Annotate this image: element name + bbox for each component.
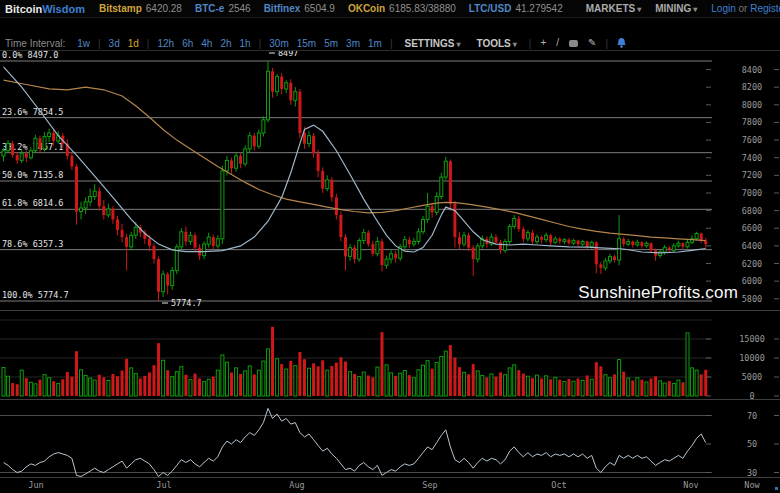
svg-text:6000: 6000 [742,276,762,286]
bell-icon[interactable] [617,38,626,49]
chevron-down-icon: ▾ [637,5,641,14]
interval-30m[interactable]: 30m [269,38,288,49]
top-menus: MARKETS▾ MINING▾ Login or Register [586,3,780,14]
ticker-value: 6504.9 [304,3,335,14]
chevron-down-icon: ▾ [513,40,517,49]
interval-1d[interactable]: 1d [128,38,139,49]
price-axis: 8400820080007800760074007200700068006600… [706,65,779,304]
svg-text:7200: 7200 [742,170,762,180]
chevron-down-icon: ▾ [693,5,697,14]
svg-text:Nov: Nov [683,480,698,490]
svg-text:Aug: Aug [289,480,304,490]
chart-region[interactable]: 0.0% 8497.023.6% 7854.538.2% 7457.150.0%… [0,0,780,493]
svg-text:0.0% 8497.0: 0.0% 8497.0 [2,50,58,60]
svg-text:6400: 6400 [742,241,762,251]
corner-dot [775,487,778,490]
svg-text:50.0% 7135.8: 50.0% 7135.8 [2,170,63,180]
svg-text:Sep: Sep [422,480,437,490]
svg-text:5774.7: 5774.7 [171,298,202,308]
svg-text:5000: 5000 [742,372,762,382]
svg-text:30: 30 [747,468,757,478]
interval-2h[interactable]: 2h [220,38,231,49]
interval-1m[interactable]: 1m [368,38,382,49]
svg-text:8200: 8200 [742,82,762,92]
watermark: SunshineProfits.com [578,283,738,303]
volume-gridlines [0,320,712,377]
svg-text:6800: 6800 [742,206,762,216]
interval-selector: 1w|3d1d|12h6h4h2h1h|30m15m5m3m1m [73,38,386,49]
svg-text:23.6% 7854.5: 23.6% 7854.5 [2,107,63,117]
interval-5m[interactable]: 5m [324,38,338,49]
ticker-bitstamp[interactable]: Bitstamp6420.28 [99,3,182,14]
interval-4h[interactable]: 4h [201,38,212,49]
rect-tool-icon[interactable] [569,40,578,47]
ma-fast-line [4,67,706,253]
menu-mining[interactable]: MINING▾ [655,3,697,14]
interval-1w[interactable]: 1w [77,38,90,49]
interval-15m[interactable]: 15m [297,38,316,49]
ticker-btc-e[interactable]: BTC-e2546 [195,3,251,14]
svg-text:70: 70 [747,411,757,421]
svg-text:8000: 8000 [742,100,762,110]
menu-markets[interactable]: MARKETS▾ [586,3,641,14]
ticker-bitfinex[interactable]: Bitfinex6504.9 [264,3,335,14]
interval-6h[interactable]: 6h [182,38,193,49]
register-link[interactable]: Register [750,3,780,14]
interval-3m[interactable]: 3m [346,38,360,49]
svg-text:Jun: Jun [28,480,43,490]
rsi-line [4,408,706,476]
ticker-value: 2546 [228,3,250,14]
volume-bars [2,327,707,396]
date-axis: JunJulAugSepOctNovNow [28,480,778,490]
svg-text:Oct: Oct [551,480,566,490]
svg-text:78.6% 6357.3: 78.6% 6357.3 [2,239,63,249]
volume-axis: 150001000050000 [706,334,779,401]
bitcoinwisdom-app: 0.0% 8497.023.6% 7854.538.2% 7457.150.0%… [0,0,780,493]
svg-text:8400: 8400 [742,65,762,75]
time-interval-label: Time Interval: [5,38,65,49]
rsi-gridlines [0,416,712,473]
svg-text:100.0% 5774.7: 100.0% 5774.7 [2,290,69,300]
svg-text:50: 50 [747,439,757,449]
trendline-tool-icon[interactable]: / [556,38,559,48]
svg-text:7400: 7400 [742,153,762,163]
interval-3d[interactable]: 3d [109,38,120,49]
brand-logo[interactable]: BitcoinWisdom [5,3,85,15]
top-nav: BitcoinWisdom Bitstamp6420.28BTC-e2546Bi… [0,0,780,18]
svg-text:7800: 7800 [742,117,762,127]
settings-menu[interactable]: SETTINGS▾ [405,38,461,49]
exchange-tickers: Bitstamp6420.28BTC-e2546Bitfinex6504.9OK… [99,3,576,14]
chart-toolbar: Time Interval: 1w|3d1d|12h6h4h2h1h|30m15… [0,36,780,51]
pencil-icon[interactable]: ✎ [588,38,596,48]
interval-1h[interactable]: 1h [240,38,251,49]
ticker-value: 6420.28 [146,3,182,14]
svg-text:Now: Now [744,480,760,490]
login-area: Login or Register [711,3,780,14]
tools-menu[interactable]: TOOLS▾ [477,38,517,49]
drawing-tools: + / ✎ | [535,38,631,49]
plus-icon[interactable]: + [540,38,546,48]
svg-text:7000: 7000 [742,188,762,198]
rsi-axis: 705030 [706,411,779,478]
login-link[interactable]: Login [711,3,735,14]
ticker-value: 6185.83/38880 [389,3,456,14]
svg-text:10000: 10000 [739,353,765,363]
svg-text:5800: 5800 [742,294,762,304]
chevron-down-icon: ▾ [457,40,461,49]
interval-12h[interactable]: 12h [157,38,174,49]
svg-text:7600: 7600 [742,135,762,145]
fib-retracement-labels: 0.0% 8497.023.6% 7854.538.2% 7457.150.0%… [2,50,69,300]
svg-text:Jul: Jul [156,480,171,490]
ticker-ltc/usd[interactable]: LTC/USD41.279542 [469,3,563,14]
svg-text:15000: 15000 [739,334,765,344]
ticker-value: 41.279542 [515,3,562,14]
svg-text:6200: 6200 [742,259,762,269]
ticker-okcoin[interactable]: OKCoin6185.83/38880 [348,3,456,14]
svg-text:6600: 6600 [742,223,762,233]
svg-text:61.8% 6814.6: 61.8% 6814.6 [2,198,63,208]
price-volume-rsi-chart[interactable]: 0.0% 8497.023.6% 7854.538.2% 7457.150.0%… [0,0,780,493]
